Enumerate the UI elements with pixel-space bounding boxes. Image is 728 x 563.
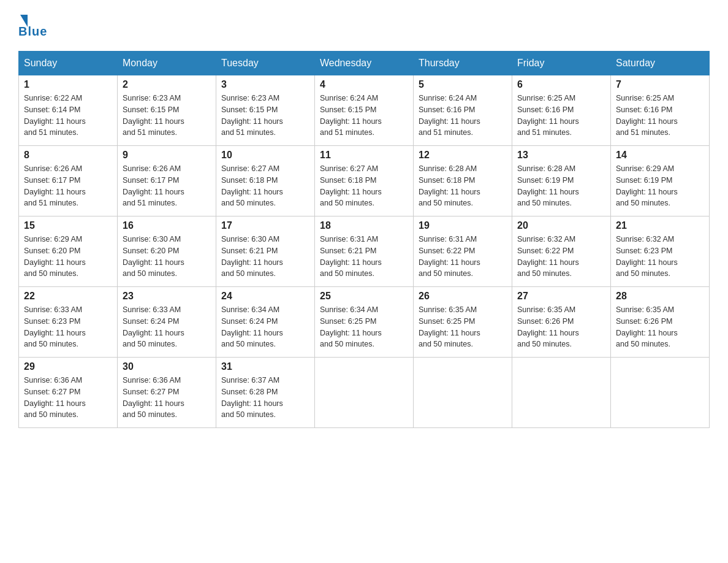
day-info: Sunrise: 6:31 AMSunset: 6:21 PMDaylight:… bbox=[320, 234, 408, 280]
day-number: 3 bbox=[221, 79, 309, 90]
day-info: Sunrise: 6:31 AMSunset: 6:22 PMDaylight:… bbox=[419, 234, 507, 280]
calendar-cell bbox=[611, 358, 710, 428]
day-number: 24 bbox=[221, 291, 309, 302]
calendar-cell: 8Sunrise: 6:26 AMSunset: 6:17 PMDaylight… bbox=[19, 146, 118, 216]
calendar-cell: 31Sunrise: 6:37 AMSunset: 6:28 PMDayligh… bbox=[216, 358, 315, 428]
day-info: Sunrise: 6:32 AMSunset: 6:23 PMDaylight:… bbox=[616, 234, 704, 280]
day-number: 18 bbox=[320, 220, 408, 231]
day-info: Sunrise: 6:36 AMSunset: 6:27 PMDaylight:… bbox=[24, 375, 112, 421]
header-saturday: Saturday bbox=[611, 52, 710, 75]
calendar-week-2: 8Sunrise: 6:26 AMSunset: 6:17 PMDaylight… bbox=[19, 146, 710, 216]
header-friday: Friday bbox=[512, 52, 611, 75]
day-info: Sunrise: 6:29 AMSunset: 6:19 PMDaylight:… bbox=[616, 163, 704, 209]
calendar-cell: 28Sunrise: 6:35 AMSunset: 6:26 PMDayligh… bbox=[611, 287, 710, 358]
calendar-cell: 24Sunrise: 6:34 AMSunset: 6:24 PMDayligh… bbox=[216, 287, 315, 358]
day-number: 5 bbox=[419, 79, 507, 90]
day-number: 9 bbox=[123, 150, 211, 161]
day-number: 1 bbox=[24, 79, 112, 90]
day-info: Sunrise: 6:32 AMSunset: 6:22 PMDaylight:… bbox=[517, 234, 605, 280]
calendar-cell: 30Sunrise: 6:36 AMSunset: 6:27 PMDayligh… bbox=[118, 358, 216, 428]
day-info: Sunrise: 6:28 AMSunset: 6:19 PMDaylight:… bbox=[517, 163, 605, 209]
day-info: Sunrise: 6:23 AMSunset: 6:15 PMDaylight:… bbox=[123, 93, 211, 139]
day-number: 20 bbox=[517, 220, 605, 231]
day-info: Sunrise: 6:35 AMSunset: 6:26 PMDaylight:… bbox=[616, 304, 704, 350]
day-info: Sunrise: 6:33 AMSunset: 6:24 PMDaylight:… bbox=[123, 304, 211, 350]
header-thursday: Thursday bbox=[414, 52, 512, 75]
day-number: 15 bbox=[24, 220, 112, 231]
day-info: Sunrise: 6:23 AMSunset: 6:15 PMDaylight:… bbox=[221, 93, 309, 139]
calendar-cell: 12Sunrise: 6:28 AMSunset: 6:18 PMDayligh… bbox=[414, 146, 512, 216]
calendar-cell: 18Sunrise: 6:31 AMSunset: 6:21 PMDayligh… bbox=[315, 216, 414, 287]
day-number: 25 bbox=[320, 291, 408, 302]
day-info: Sunrise: 6:28 AMSunset: 6:18 PMDaylight:… bbox=[419, 163, 507, 209]
calendar-cell: 11Sunrise: 6:27 AMSunset: 6:18 PMDayligh… bbox=[315, 146, 414, 216]
calendar-cell: 1Sunrise: 6:22 AMSunset: 6:14 PMDaylight… bbox=[19, 75, 118, 146]
day-info: Sunrise: 6:34 AMSunset: 6:25 PMDaylight:… bbox=[320, 304, 408, 350]
calendar-cell: 19Sunrise: 6:31 AMSunset: 6:22 PMDayligh… bbox=[414, 216, 512, 287]
day-info: Sunrise: 6:35 AMSunset: 6:25 PMDaylight:… bbox=[419, 304, 507, 350]
day-number: 26 bbox=[419, 291, 507, 302]
day-info: Sunrise: 6:24 AMSunset: 6:15 PMDaylight:… bbox=[320, 93, 408, 139]
calendar-week-5: 29Sunrise: 6:36 AMSunset: 6:27 PMDayligh… bbox=[19, 358, 710, 428]
calendar-week-4: 22Sunrise: 6:33 AMSunset: 6:23 PMDayligh… bbox=[19, 287, 710, 358]
calendar-cell: 23Sunrise: 6:33 AMSunset: 6:24 PMDayligh… bbox=[118, 287, 216, 358]
day-number: 7 bbox=[616, 79, 704, 90]
day-number: 28 bbox=[616, 291, 704, 302]
day-number: 4 bbox=[320, 79, 408, 90]
day-info: Sunrise: 6:27 AMSunset: 6:18 PMDaylight:… bbox=[221, 163, 309, 209]
calendar-cell: 27Sunrise: 6:35 AMSunset: 6:26 PMDayligh… bbox=[512, 287, 611, 358]
day-info: Sunrise: 6:22 AMSunset: 6:14 PMDaylight:… bbox=[24, 93, 112, 139]
header-monday: Monday bbox=[118, 52, 216, 75]
day-info: Sunrise: 6:34 AMSunset: 6:24 PMDaylight:… bbox=[221, 304, 309, 350]
day-number: 16 bbox=[123, 220, 211, 231]
day-number: 8 bbox=[24, 150, 112, 161]
day-number: 23 bbox=[123, 291, 211, 302]
calendar-table: SundayMondayTuesdayWednesdayThursdayFrid… bbox=[18, 51, 710, 428]
day-info: Sunrise: 6:24 AMSunset: 6:16 PMDaylight:… bbox=[419, 93, 507, 139]
header-tuesday: Tuesday bbox=[216, 52, 315, 75]
day-info: Sunrise: 6:25 AMSunset: 6:16 PMDaylight:… bbox=[517, 93, 605, 139]
calendar-week-1: 1Sunrise: 6:22 AMSunset: 6:14 PMDaylight… bbox=[19, 75, 710, 146]
day-number: 30 bbox=[123, 361, 211, 372]
calendar-cell: 26Sunrise: 6:35 AMSunset: 6:25 PMDayligh… bbox=[414, 287, 512, 358]
day-number: 31 bbox=[221, 361, 309, 372]
day-number: 11 bbox=[320, 150, 408, 161]
day-info: Sunrise: 6:25 AMSunset: 6:16 PMDaylight:… bbox=[616, 93, 704, 139]
day-info: Sunrise: 6:30 AMSunset: 6:21 PMDaylight:… bbox=[221, 234, 309, 280]
calendar-cell: 2Sunrise: 6:23 AMSunset: 6:15 PMDaylight… bbox=[118, 75, 216, 146]
page-header: Blue bbox=[18, 12, 710, 39]
calendar-cell bbox=[315, 358, 414, 428]
calendar-cell bbox=[512, 358, 611, 428]
calendar-cell: 15Sunrise: 6:29 AMSunset: 6:20 PMDayligh… bbox=[19, 216, 118, 287]
day-number: 19 bbox=[419, 220, 507, 231]
calendar-cell: 4Sunrise: 6:24 AMSunset: 6:15 PMDaylight… bbox=[315, 75, 414, 146]
day-info: Sunrise: 6:37 AMSunset: 6:28 PMDaylight:… bbox=[221, 375, 309, 421]
calendar-cell: 13Sunrise: 6:28 AMSunset: 6:19 PMDayligh… bbox=[512, 146, 611, 216]
logo: Blue bbox=[18, 12, 47, 39]
day-number: 2 bbox=[123, 79, 211, 90]
day-number: 10 bbox=[221, 150, 309, 161]
calendar-cell: 14Sunrise: 6:29 AMSunset: 6:19 PMDayligh… bbox=[611, 146, 710, 216]
calendar-cell: 6Sunrise: 6:25 AMSunset: 6:16 PMDaylight… bbox=[512, 75, 611, 146]
calendar-cell: 9Sunrise: 6:26 AMSunset: 6:17 PMDaylight… bbox=[118, 146, 216, 216]
day-info: Sunrise: 6:26 AMSunset: 6:17 PMDaylight:… bbox=[24, 163, 112, 209]
logo-underline: Blue bbox=[18, 25, 47, 39]
calendar-cell: 22Sunrise: 6:33 AMSunset: 6:23 PMDayligh… bbox=[19, 287, 118, 358]
header-wednesday: Wednesday bbox=[315, 52, 414, 75]
calendar-cell: 29Sunrise: 6:36 AMSunset: 6:27 PMDayligh… bbox=[19, 358, 118, 428]
calendar-cell: 10Sunrise: 6:27 AMSunset: 6:18 PMDayligh… bbox=[216, 146, 315, 216]
calendar-cell bbox=[414, 358, 512, 428]
calendar-cell: 17Sunrise: 6:30 AMSunset: 6:21 PMDayligh… bbox=[216, 216, 315, 287]
header-sunday: Sunday bbox=[19, 52, 118, 75]
day-number: 13 bbox=[517, 150, 605, 161]
day-number: 6 bbox=[517, 79, 605, 90]
day-info: Sunrise: 6:33 AMSunset: 6:23 PMDaylight:… bbox=[24, 304, 112, 350]
day-number: 27 bbox=[517, 291, 605, 302]
calendar-cell: 20Sunrise: 6:32 AMSunset: 6:22 PMDayligh… bbox=[512, 216, 611, 287]
calendar-cell: 25Sunrise: 6:34 AMSunset: 6:25 PMDayligh… bbox=[315, 287, 414, 358]
day-number: 22 bbox=[24, 291, 112, 302]
calendar-cell: 3Sunrise: 6:23 AMSunset: 6:15 PMDaylight… bbox=[216, 75, 315, 146]
day-info: Sunrise: 6:27 AMSunset: 6:18 PMDaylight:… bbox=[320, 163, 408, 209]
calendar-cell: 21Sunrise: 6:32 AMSunset: 6:23 PMDayligh… bbox=[611, 216, 710, 287]
calendar-cell: 7Sunrise: 6:25 AMSunset: 6:16 PMDaylight… bbox=[611, 75, 710, 146]
